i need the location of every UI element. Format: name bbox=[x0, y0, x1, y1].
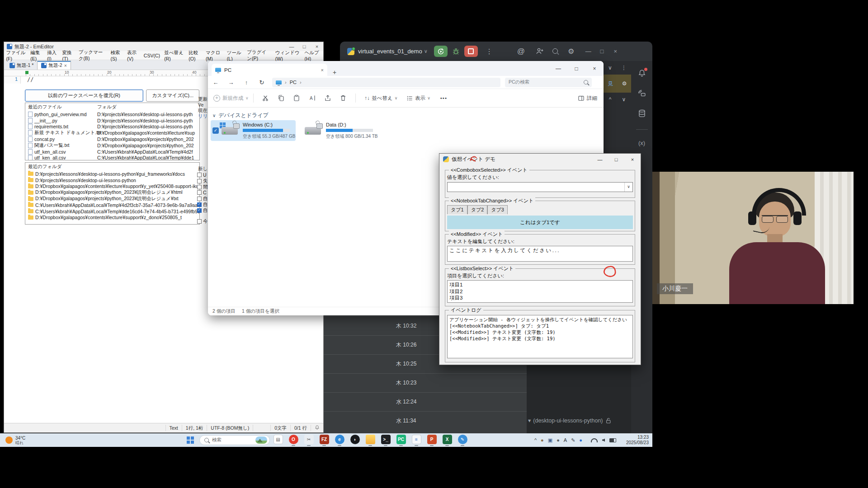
notebook-tab[interactable]: タブ1 bbox=[447, 205, 467, 214]
taskbar-app-icon[interactable]: ✎ bbox=[458, 435, 467, 446]
menu-item[interactable]: ブックマーク(B) bbox=[76, 49, 108, 62]
customize-button[interactable]: カスタマイズ(C)... bbox=[146, 89, 199, 102]
menu-item[interactable]: 挿入(I) bbox=[45, 50, 60, 61]
recent-folder-row[interactable]: C:¥Users¥kbrah¥AppData¥Local¥Temp¥4d2f3c… bbox=[25, 202, 199, 208]
menu-item[interactable]: 変換(T) bbox=[60, 50, 76, 61]
menu-item[interactable]: ヘルプ(H) bbox=[302, 50, 323, 61]
recent-file-row[interactable]: concat.py D:¥Dropbox¥galapagos¥projects¥… bbox=[25, 136, 199, 142]
tab-untitled-1[interactable]: 無題-1 * bbox=[6, 61, 37, 70]
paste-icon[interactable] bbox=[293, 94, 300, 102]
tray-icon[interactable]: ● bbox=[541, 437, 544, 443]
close-button[interactable]: × bbox=[624, 157, 641, 162]
menu-item[interactable]: 表示(V) bbox=[125, 50, 142, 61]
history-row[interactable]: 水 12:24 bbox=[324, 392, 527, 411]
recent-folder-row[interactable]: D:¥Dropbox¥galapagos¥projects¥python_202… bbox=[25, 189, 199, 196]
minimize-button[interactable]: — bbox=[285, 44, 298, 49]
truncated-option-row[interactable]: C bbox=[197, 190, 207, 195]
tray-icon[interactable]: ● bbox=[557, 437, 560, 443]
sort-button[interactable]: ↑↓ 並べ替え ∨ bbox=[365, 95, 398, 102]
address-bar[interactable]: › PC › bbox=[272, 78, 500, 87]
truncated-option-row[interactable]: 失 bbox=[197, 178, 208, 184]
truncated-option-row[interactable]: U bbox=[197, 172, 207, 178]
menu-item[interactable]: マクロ(M) bbox=[203, 50, 225, 61]
taskbar-search[interactable]: 検索 bbox=[199, 435, 270, 445]
stop-button[interactable] bbox=[464, 46, 478, 57]
explorer-tab-pc[interactable]: PC × bbox=[212, 64, 327, 76]
taskbar-app-icon[interactable]: O bbox=[288, 435, 298, 446]
value-combobox[interactable]: ∨ bbox=[447, 182, 633, 192]
taskbar-app-icon[interactable]: FZ bbox=[319, 435, 329, 446]
recent-folder-row[interactable]: D:¥Dropbox¥galapagos¥contents¥lecture¥su… bbox=[25, 183, 199, 190]
recent-file-row[interactable]: requirements.txt D:¥projects¥lessons¥des… bbox=[25, 124, 199, 130]
menu-item[interactable]: ツール(L) bbox=[225, 50, 245, 61]
minimize-button[interactable]: — bbox=[549, 66, 567, 72]
database-icon[interactable] bbox=[638, 109, 646, 117]
menu-item[interactable]: プラグイン(P) bbox=[245, 49, 273, 62]
checkbox-icon[interactable] bbox=[197, 173, 202, 177]
checkbox-icon[interactable] bbox=[197, 190, 202, 195]
problems-icon[interactable]: (x) bbox=[638, 140, 645, 146]
rerun-button[interactable] bbox=[434, 46, 448, 57]
menu-item[interactable]: 比較(O) bbox=[187, 50, 204, 61]
truncated-option-row[interactable]: 今 bbox=[197, 218, 208, 225]
drive-d-tile[interactable]: Data (D:) 空き領域 800 GB/1.34 TB bbox=[300, 120, 386, 141]
add-user-icon[interactable] bbox=[536, 47, 543, 55]
screen-share-icon[interactable] bbox=[637, 89, 646, 98]
menu-item[interactable]: ファイル(F) bbox=[4, 50, 28, 61]
status-bell-icon[interactable] bbox=[311, 425, 323, 431]
taskbar-app-icon[interactable]: e bbox=[335, 435, 344, 446]
menu-item[interactable]: 並べ替え(R) bbox=[162, 50, 187, 61]
taskbar-app-icon[interactable]: ≡ bbox=[411, 435, 421, 446]
restore-workspace-button[interactable]: 以前のワークスペースを復元(R) bbox=[25, 89, 143, 102]
tray-icon[interactable]: ✎ bbox=[571, 437, 575, 443]
taskbar-clock[interactable]: 13:23 2025/08/23 bbox=[626, 435, 649, 446]
details-pane-toggle[interactable]: 詳細 bbox=[578, 95, 597, 102]
debug-button[interactable] bbox=[452, 47, 460, 55]
share-icon[interactable] bbox=[324, 94, 331, 102]
close-button[interactable]: × bbox=[585, 66, 604, 72]
truncated-option-row[interactable]: 自 bbox=[197, 196, 208, 202]
devices-and-drives-section[interactable]: ∨ デバイスとドライブ bbox=[212, 112, 269, 119]
tray-icon[interactable]: ^ bbox=[534, 437, 537, 443]
listbox-item[interactable]: 項目3 bbox=[449, 295, 631, 301]
gear-icon[interactable]: ⚙ bbox=[622, 80, 627, 87]
maximize-button[interactable]: □ bbox=[595, 48, 609, 55]
tray-icon[interactable]: ▣ bbox=[548, 437, 552, 443]
text-editor-field[interactable]: ここにテキストを入力してください... bbox=[447, 246, 633, 262]
checkbox-icon[interactable] bbox=[197, 179, 202, 183]
rename-icon[interactable]: A bbox=[308, 94, 316, 102]
taskbar-app-icon[interactable] bbox=[365, 435, 375, 446]
close-button[interactable]: × bbox=[609, 48, 622, 55]
recent-folder-row[interactable]: D:¥Dropbox¥galapagos¥contents¥lecture¥su… bbox=[25, 215, 199, 221]
menu-item[interactable]: ウィンドウ(W) bbox=[273, 50, 302, 61]
view-button[interactable]: 表示 ∨ bbox=[406, 95, 430, 102]
recent-file-row[interactable]: 関連パス一覧.txt D:¥Dropbox¥galapagos¥projects… bbox=[25, 142, 199, 149]
recent-folder-row[interactable]: C:¥Users¥kbrah¥AppData¥Local¥Temp¥dde16c… bbox=[25, 208, 199, 215]
delete-icon[interactable] bbox=[340, 94, 347, 102]
history-row[interactable]: 木 10:23 bbox=[324, 373, 527, 392]
expander-chevron-icon[interactable]: ∨ bbox=[212, 113, 216, 118]
checkbox-icon[interactable] bbox=[197, 197, 202, 201]
tray-icon[interactable]: A bbox=[564, 437, 567, 443]
truncated-option-row[interactable]: 自 bbox=[197, 202, 208, 208]
checkbox-icon[interactable] bbox=[197, 202, 202, 207]
checkbox-icon[interactable] bbox=[197, 219, 202, 224]
recent-file-row[interactable]: utf_ken_all.csv C:¥Users¥kbrah¥AppData¥L… bbox=[25, 155, 199, 160]
taskbar-app-icon[interactable]: >_ bbox=[381, 435, 391, 446]
more-vertical-icon[interactable]: ⋮ bbox=[621, 65, 627, 71]
settings-gear-icon[interactable]: ⚙ bbox=[568, 47, 574, 56]
menu-item[interactable]: 編集(E) bbox=[28, 50, 45, 61]
truncated-option-row[interactable]: 自 bbox=[197, 207, 208, 214]
search-icon[interactable] bbox=[552, 47, 558, 55]
refresh-icon[interactable]: ↻ bbox=[254, 79, 269, 86]
start-button[interactable] bbox=[187, 436, 194, 444]
close-tab-icon[interactable]: × bbox=[321, 67, 324, 73]
history-row[interactable]: 水 11:34 bbox=[324, 411, 527, 430]
ai-assistant-icon[interactable]: @ bbox=[517, 47, 525, 56]
close-button[interactable]: × bbox=[311, 44, 323, 49]
forward-icon[interactable]: → bbox=[223, 79, 239, 86]
up-icon[interactable]: ↑ bbox=[239, 79, 254, 86]
breadcrumb-pc[interactable]: PC bbox=[290, 80, 297, 85]
recent-folder-row[interactable]: D:¥projects¥lessons¥desktop-ui-lessons-p… bbox=[25, 177, 199, 183]
recent-file-row[interactable]: __init__.py D:¥projects¥lessons¥desktop-… bbox=[25, 117, 199, 124]
